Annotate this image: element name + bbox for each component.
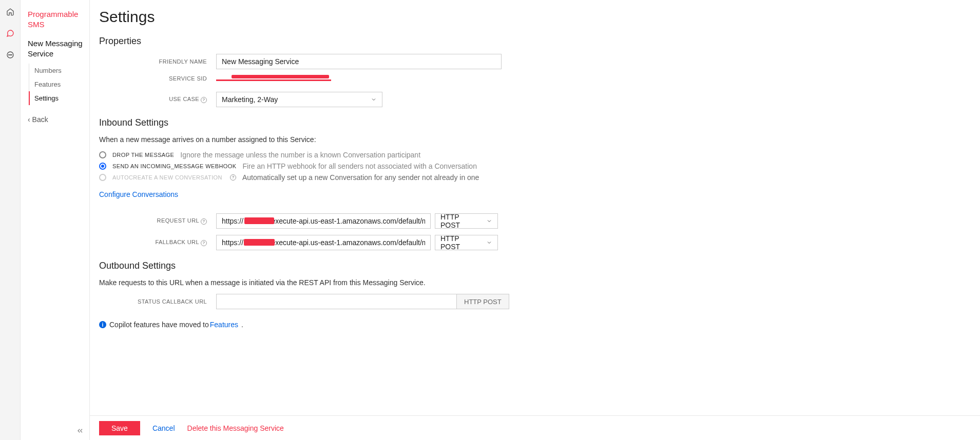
svg-point-2 (10, 54, 10, 55)
chevron-down-icon (486, 239, 492, 246)
radio-autocreate-label: Autocreate a new Conversation (112, 174, 222, 181)
service-sid-label: Service SID (99, 75, 216, 82)
cancel-button[interactable]: Cancel (152, 424, 175, 432)
messaging-icon[interactable] (6, 29, 15, 38)
radio-autocreate-desc: Automatically set up a new Conversation … (242, 173, 479, 182)
friendly-name-input[interactable] (216, 54, 502, 69)
fallback-method-value: HTTP POST (440, 234, 480, 251)
service-title: New Messaging Service (28, 38, 83, 58)
inbound-intro: When a new message arrives on a number a… (99, 135, 808, 144)
collapse-sidebar-icon[interactable] (76, 427, 84, 435)
fallback-url-help-icon[interactable]: ? (201, 240, 207, 246)
use-case-label: Use Case? (99, 96, 216, 103)
properties-heading: Properties (99, 36, 808, 47)
request-url-label: Request URL? (99, 217, 216, 225)
radio-autocreate (99, 174, 106, 181)
redaction (244, 217, 274, 224)
svg-point-1 (8, 54, 9, 55)
outbound-intro: Make requests to this URL when a message… (99, 278, 808, 287)
radio-drop-desc: Ignore the message unless the number is … (180, 151, 420, 159)
friendly-name-label: Friendly Name (99, 58, 216, 65)
service-sid-value-redacted (216, 76, 331, 81)
radio-webhook-label: Send an incoming_message webhook (112, 163, 236, 169)
sidebar-item-features[interactable]: Features (29, 77, 83, 91)
more-icon[interactable] (6, 50, 15, 59)
footer-bar: Save Cancel Delete this Messaging Servic… (90, 415, 980, 440)
sidebar-item-numbers[interactable]: Numbers (29, 64, 83, 77)
use-case-selected: Marketing, 2-Way (222, 95, 278, 104)
radio-drop-message[interactable] (99, 151, 106, 158)
request-method-value: HTTP POST (440, 213, 480, 229)
configure-conversations-link[interactable]: Configure Conversations (99, 190, 178, 198)
autocreate-help-icon[interactable]: ? (230, 174, 236, 181)
status-callback-input[interactable] (216, 294, 456, 309)
info-suffix: . (241, 321, 243, 329)
chevron-down-icon (371, 96, 377, 103)
home-icon[interactable] (6, 7, 15, 16)
product-link[interactable]: Programmable SMS (28, 9, 83, 29)
delete-service-button[interactable]: Delete this Messaging Service (187, 424, 284, 432)
features-link[interactable]: Features (210, 321, 238, 329)
sidebar-subnav: Numbers Features Settings (29, 64, 83, 105)
status-callback-label: Status Callback URL (99, 298, 216, 305)
request-method-select[interactable]: HTTP POST (435, 213, 498, 229)
redaction (244, 239, 275, 246)
icon-rail (0, 0, 21, 440)
use-case-help-icon[interactable]: ? (201, 97, 207, 103)
status-callback-method: HTTP POST (456, 294, 509, 309)
radio-webhook-desc: Fire an HTTP webhook for all senders not… (242, 162, 477, 170)
fallback-url-label: Fallback URL? (99, 239, 216, 246)
request-url-help-icon[interactable]: ? (201, 218, 207, 225)
info-text: Copilot features have moved to (109, 321, 209, 329)
use-case-select[interactable]: Marketing, 2-Way (216, 92, 382, 107)
svg-point-3 (11, 54, 12, 55)
save-button[interactable]: Save (99, 421, 140, 435)
main-content: Settings Properties Friendly Name Servic… (90, 0, 980, 440)
radio-send-webhook[interactable] (99, 163, 106, 170)
inbound-heading: Inbound Settings (99, 117, 808, 128)
sidebar-item-settings[interactable]: Settings (29, 91, 83, 105)
info-icon: i (99, 321, 106, 328)
radio-drop-label: Drop the message (112, 152, 174, 158)
sidebar: Programmable SMS New Messaging Service N… (21, 0, 90, 440)
back-link[interactable]: ‹ Back (28, 115, 83, 124)
page-title: Settings (99, 8, 808, 26)
chevron-down-icon (486, 218, 492, 224)
fallback-method-select[interactable]: HTTP POST (435, 235, 498, 250)
outbound-heading: Outbound Settings (99, 261, 808, 271)
